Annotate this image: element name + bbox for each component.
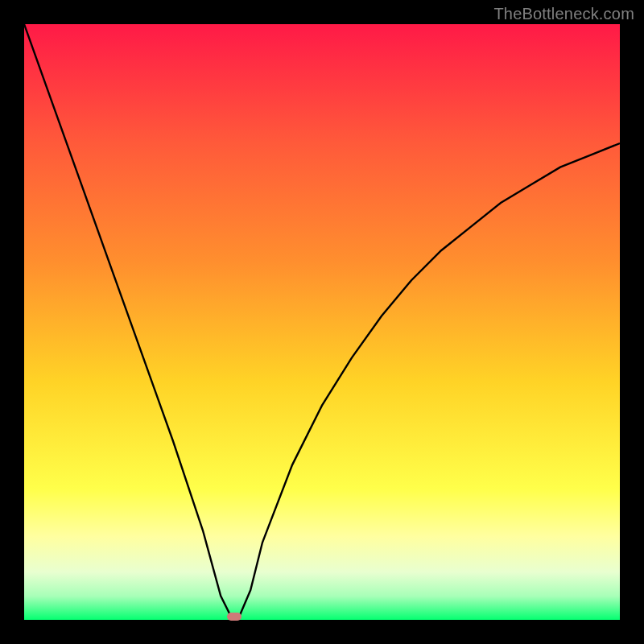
- plot-area: [24, 24, 620, 620]
- chart-frame: TheBottleneck.com: [0, 0, 644, 644]
- curve-layer: [24, 24, 620, 620]
- bottleneck-curve: [24, 24, 620, 620]
- watermark-text: TheBottleneck.com: [493, 5, 634, 23]
- optimal-point-marker: [227, 613, 242, 621]
